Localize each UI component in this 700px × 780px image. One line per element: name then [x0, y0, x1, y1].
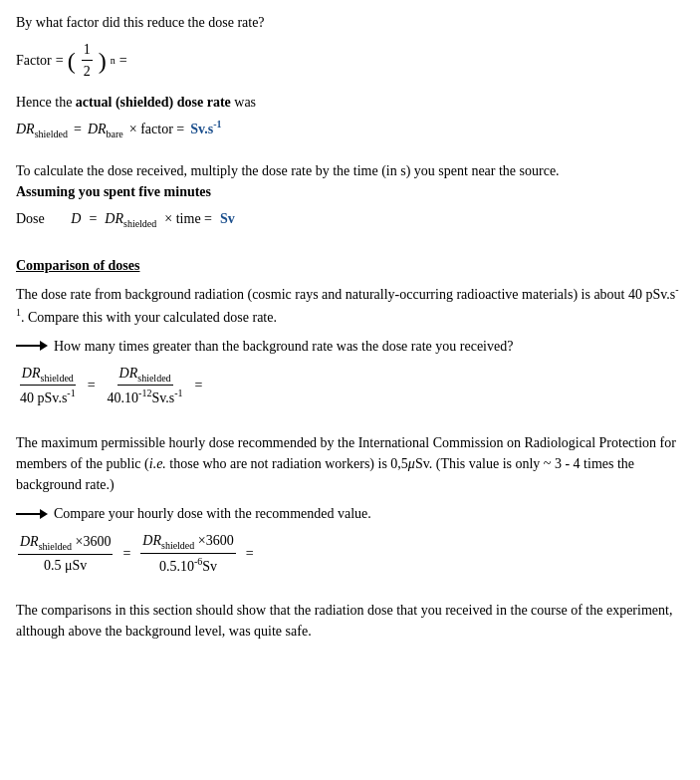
comparison-formula2: DRshielded ×3600 0.5 μSv = DRshielded ×3…: [16, 530, 684, 576]
dr-equals: =: [74, 119, 82, 139]
dr-shielded: DRshielded: [16, 119, 68, 141]
frac1-numer: DRshielded: [20, 363, 76, 387]
background-text: The dose rate from background radiation …: [16, 282, 684, 327]
shielded-sub: shielded: [35, 128, 68, 138]
dose-label: Dose: [16, 208, 45, 229]
arrow1-question: How many times greater than the backgrou…: [54, 336, 513, 357]
exponent-n: n: [111, 53, 116, 68]
frac2-denom: 40.10-12Sv.s-1: [106, 386, 185, 408]
to-calc-text: To calculate the dose received, multiply…: [16, 160, 684, 202]
arrow1-line: How many times greater than the backgrou…: [16, 336, 684, 357]
dose-equals-dr: =: [89, 208, 97, 229]
assuming-text: Assuming you spent five minutes: [16, 184, 211, 199]
hence-text: Hence the: [16, 95, 72, 110]
equals-sign: =: [119, 50, 127, 71]
actual-shielded-text: actual (shielded) dose rate: [76, 95, 231, 110]
right-paren: ): [99, 49, 107, 73]
frac3-numer: DRshielded ×3600: [18, 531, 113, 555]
arrow1-icon: [16, 339, 48, 353]
dose-dr-shielded: DRshielded: [105, 208, 156, 231]
frac1-denom: 40 pSv.s-1: [18, 386, 78, 408]
frac4: DRshielded ×3600 0.5.10-6Sv: [140, 530, 235, 576]
final-text: The comparisons in this section should s…: [16, 600, 684, 642]
eq3: =: [122, 543, 130, 564]
frac2-numer: DRshielded: [117, 363, 173, 387]
dose-d: D: [71, 208, 81, 229]
eq1: =: [88, 375, 96, 395]
frac4-denom: 0.5.10-6Sv: [157, 554, 219, 577]
dose-x-time: × time =: [164, 208, 212, 229]
sv-s-sup: -1: [213, 119, 221, 130]
dose-shielded-sub: shielded: [123, 218, 156, 229]
half-fraction: 1 2: [82, 39, 93, 82]
comparison-formula1: DRshielded 40 pSv.s-1 = DRshielded 40.10…: [16, 363, 684, 408]
hence-was: was: [234, 95, 256, 110]
max-dose-text: The maximum permissible hourly dose reco…: [16, 432, 684, 495]
eq4: =: [246, 543, 254, 564]
frac3-denom: 0.5 μSv: [42, 555, 89, 576]
fraction-numerator: 1: [82, 39, 93, 61]
left-paren: (: [68, 49, 76, 73]
dose-units: Sv: [220, 208, 235, 229]
factor-label: Factor: [16, 50, 52, 71]
hence-line: Hence the actual (shielded) dose rate wa…: [16, 92, 684, 113]
dose-formula: Dose D = DRshielded × time = Sv: [16, 208, 684, 231]
frac2: DRshielded 40.10-12Sv.s-1: [106, 363, 185, 408]
x-factor-label: × factor =: [129, 119, 184, 139]
question-text: By what factor did this reduce the dose …: [16, 12, 684, 33]
bare-sub: bare: [107, 128, 123, 138]
arrow2-icon: [16, 507, 48, 521]
to-calc-main: To calculate the dose received, multiply…: [16, 163, 560, 178]
eq2: =: [195, 375, 203, 395]
frac1: DRshielded 40 pSv.s-1: [18, 363, 78, 408]
factor-formula: Factor = ( 1 2 ) n =: [16, 39, 684, 82]
dr-bare: DRbare: [88, 119, 123, 141]
arrow2-line: Compare your hourly dose with the recomm…: [16, 503, 684, 524]
frac3: DRshielded ×3600 0.5 μSv: [18, 531, 113, 576]
frac4-numer: DRshielded ×3600: [140, 530, 235, 554]
comparison-heading: Comparison of doses: [16, 255, 684, 276]
dr-formula: DRshielded = DRbare × factor = Sv.s-1: [16, 117, 684, 140]
dose-spacer: [53, 208, 64, 229]
arrow2-text: Compare your hourly dose with the recomm…: [54, 503, 371, 524]
sv-s-value: Sv.s-1: [190, 117, 221, 139]
fraction-denominator: 2: [82, 61, 93, 82]
factor-equals: =: [56, 50, 64, 71]
